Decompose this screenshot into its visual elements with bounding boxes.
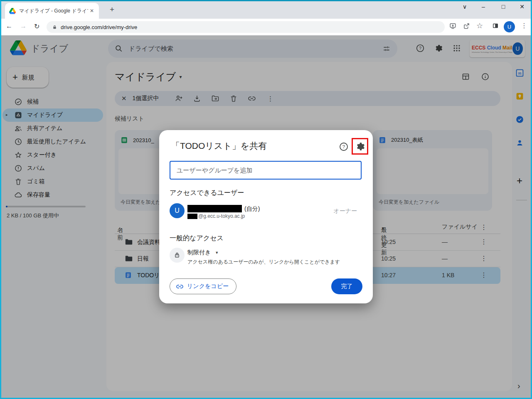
url-text: drive.google.com/drive/my-drive: [61, 24, 137, 30]
browser-profile-avatar[interactable]: U: [504, 21, 515, 32]
tab-title: マイドライブ - Google ドライブ: [19, 7, 88, 15]
address-bar[interactable]: drive.google.com/drive/my-drive: [47, 21, 445, 33]
access-level-label: 制限付き: [187, 249, 211, 256]
dialog-title: 「TODOリスト」を共有: [171, 140, 267, 152]
owner-self-label: (自分): [244, 205, 260, 213]
drive-favicon: [9, 8, 16, 14]
window-minimize-button[interactable]: –: [477, 3, 490, 10]
redacted-email-prefix: [187, 214, 197, 219]
share-dialog: 「TODOリスト」を共有 ? アクセスできるユーザー U (自分) @g.ecc…: [159, 130, 373, 303]
dialog-help-icon[interactable]: ?: [339, 142, 349, 152]
new-tab-button[interactable]: +: [106, 4, 118, 15]
general-access-heading: 一般的なアクセス: [170, 234, 224, 243]
restricted-lock-badge: [170, 248, 185, 263]
lock-icon: [173, 251, 181, 259]
dropdown-caret-icon: ▼: [215, 251, 219, 255]
browser-menu-icon[interactable]: ⋮: [521, 22, 527, 30]
lock-icon: [52, 25, 57, 30]
owner-role-label: オーナー: [333, 207, 357, 215]
tab-close-icon[interactable]: ✕: [88, 7, 96, 15]
access-description: アクセス権のあるユーザーのみが、リンクから開くことができます: [187, 259, 340, 266]
owner-email-domain: @g.ecc.u-tokyo.ac.jp: [198, 213, 245, 219]
forward-button[interactable]: →: [20, 22, 27, 30]
copy-link-button[interactable]: リンクをコピー: [170, 278, 236, 294]
window-chevron-icon[interactable]: ∨: [458, 3, 471, 10]
reload-button[interactable]: ↻: [34, 22, 39, 30]
owner-avatar: U: [170, 203, 185, 218]
link-icon: [176, 283, 184, 291]
side-panel-icon[interactable]: [492, 22, 499, 30]
copy-link-label: リンクをコピー: [187, 283, 229, 290]
annotation-highlight-box: [352, 138, 368, 155]
bookmark-star-icon[interactable]: ☆: [476, 21, 483, 30]
svg-text:?: ?: [342, 144, 345, 149]
people-with-access-heading: アクセスできるユーザー: [170, 189, 244, 197]
browser-tab-strip: マイドライブ - Google ドライブ ✕ + ∨ – □ ✕: [0, 0, 532, 19]
screen: マイドライブ - Google ドライブ ✕ + ∨ – □ ✕ ← → ↻ d…: [0, 0, 532, 399]
window-maximize-button[interactable]: □: [497, 3, 510, 10]
browser-tab[interactable]: マイドライブ - Google ドライブ ✕: [5, 3, 99, 19]
access-level-dropdown[interactable]: 制限付き ▼: [187, 249, 219, 256]
back-button[interactable]: ←: [6, 22, 12, 30]
share-icon[interactable]: [463, 22, 470, 30]
add-people-input[interactable]: [170, 161, 362, 180]
window-close-button[interactable]: ✕: [516, 3, 528, 10]
install-icon[interactable]: [449, 22, 457, 30]
redacted-owner-name: [187, 205, 242, 212]
done-button[interactable]: 完了: [331, 278, 362, 294]
